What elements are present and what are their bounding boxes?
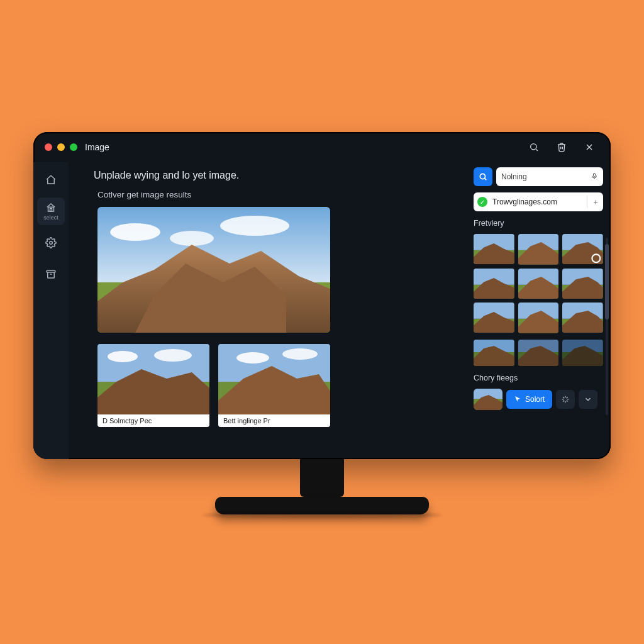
thumbnail[interactable] [518, 269, 559, 299]
mic-icon [591, 172, 598, 180]
source-url-chip[interactable]: ✓ Trowvglinages.com ＋ [474, 192, 603, 211]
settings-small-button[interactable] [556, 390, 575, 409]
action-row: Solort [474, 389, 603, 410]
titlebar: Image [33, 132, 611, 162]
landscape-image-icon [562, 303, 603, 333]
thumbnail[interactable] [474, 389, 502, 410]
search-button[interactable] [524, 137, 544, 157]
result-card[interactable]: D Solmctgy Pec [97, 344, 209, 427]
close-window-button[interactable] [45, 143, 52, 151]
main-content: Unplade wying and lo yet image. Cotlver … [69, 162, 469, 459]
chevron-down-icon [584, 395, 592, 404]
thumbnail[interactable] [474, 303, 514, 333]
landscape-image-icon [562, 269, 603, 299]
svg-point-0 [531, 144, 536, 150]
landscape-image-icon [474, 340, 514, 366]
add-source-button[interactable]: ＋ [587, 196, 599, 208]
svg-point-10 [110, 223, 160, 241]
minimize-window-button[interactable] [57, 143, 65, 151]
page-subhead: Cotlver get image results [97, 190, 451, 199]
thumbnail[interactable] [562, 234, 603, 264]
result-card[interactable]: Bett inglinge Pr [218, 344, 330, 427]
monitor-stand-neck [300, 459, 344, 497]
thumbnail[interactable] [518, 234, 559, 265]
thumbnail[interactable] [562, 340, 603, 366]
select-button[interactable]: Solort [506, 390, 552, 409]
result-cards-row: D Solmctgy Pec Bett inglinge Pr [97, 344, 451, 427]
landscape-image-icon [562, 234, 603, 264]
landscape-image-icon [97, 207, 330, 333]
house-icon [45, 202, 57, 213]
thumbnail[interactable] [474, 340, 514, 366]
landscape-image-icon [474, 269, 514, 299]
thumbnail[interactable] [518, 303, 559, 333]
home-icon [45, 174, 57, 186]
search-input-value: Nolning [501, 172, 587, 181]
svg-line-23 [485, 179, 487, 180]
landscape-image-icon [474, 389, 502, 410]
svg-point-6 [50, 242, 53, 245]
thumbnail[interactable] [474, 234, 514, 264]
section-label: Fretvlery [474, 219, 603, 228]
hero-image[interactable] [97, 207, 330, 333]
landscape-image-icon [518, 234, 559, 265]
landscape-image-icon [218, 344, 330, 414]
result-card-caption: Bett inglinge Pr [218, 414, 330, 427]
wide-thumbnail-row [474, 340, 603, 366]
sidebar: select [33, 162, 69, 459]
svg-point-22 [480, 174, 485, 179]
landscape-image-icon [518, 340, 559, 366]
mic-button[interactable] [591, 172, 598, 182]
search-icon [479, 172, 487, 181]
svg-point-16 [154, 349, 192, 362]
result-card-caption: D Solmctgy Pec [97, 414, 209, 427]
archive-icon [45, 269, 57, 280]
close-button[interactable] [579, 137, 599, 157]
sidebar-item-home[interactable] [37, 166, 65, 194]
thumbnail[interactable] [562, 269, 603, 299]
landscape-image-icon [518, 303, 559, 333]
window-title: Image [85, 142, 109, 152]
svg-point-15 [108, 351, 138, 362]
monitor-shadow [203, 512, 441, 518]
landscape-image-icon [474, 303, 514, 333]
scrollbar-thumb[interactable] [605, 244, 609, 319]
svg-line-1 [536, 149, 538, 151]
svg-point-20 [282, 348, 318, 360]
sidebar-item-settings[interactable] [37, 229, 65, 257]
thumbnail[interactable] [474, 269, 514, 299]
thumbnail[interactable] [518, 340, 559, 366]
sidebar-item-label: select [43, 214, 58, 221]
search-icon [529, 142, 539, 152]
close-icon [584, 142, 594, 152]
maximize-window-button[interactable] [70, 143, 77, 151]
select-button-label: Solort [525, 395, 545, 404]
sparkle-icon [561, 395, 570, 404]
svg-rect-24 [594, 173, 596, 177]
landscape-image-icon [562, 340, 603, 366]
sidebar-item-select[interactable]: select [37, 197, 65, 225]
window-controls [45, 143, 77, 151]
page-headline: Unplade wying and lo yet image. [94, 170, 451, 181]
thumbnail-grid [474, 234, 603, 333]
landscape-image-icon [97, 344, 209, 414]
search-input[interactable]: Nolning [496, 167, 603, 186]
svg-point-12 [170, 231, 214, 246]
svg-point-19 [236, 352, 269, 364]
thumbnail[interactable] [562, 303, 603, 333]
delete-button[interactable] [552, 137, 572, 157]
section-label: Chory fieegs [474, 374, 603, 382]
svg-rect-7 [47, 270, 55, 272]
right-panel: Nolning ✓ Trowvglinages.com ＋ Fretvlery [469, 162, 611, 459]
gear-icon [45, 237, 57, 248]
app-window: Image select [33, 132, 611, 459]
svg-point-11 [220, 216, 289, 236]
trash-icon [557, 142, 567, 152]
landscape-image-icon [474, 234, 514, 264]
more-button[interactable] [579, 390, 597, 409]
landscape-image-icon [518, 269, 559, 299]
submit-search-button[interactable] [474, 167, 492, 186]
sidebar-item-archive[interactable] [37, 260, 65, 288]
cursor-icon [514, 396, 521, 403]
source-url-text: Trowvglinages.com [492, 197, 557, 206]
